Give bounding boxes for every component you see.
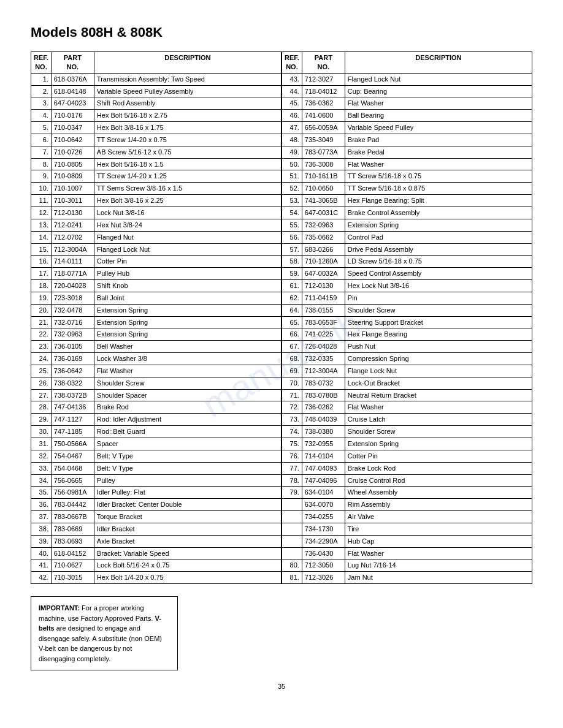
part-no-cell: 783-0653F	[302, 316, 345, 328]
ref-no-cell: 34.	[31, 474, 52, 487]
right-header-part: PARTNO.	[302, 52, 345, 74]
ref-no-cell: 71.	[282, 389, 302, 401]
ref-no-cell: 8.	[31, 158, 52, 170]
part-no-cell: 710-1007	[51, 183, 94, 195]
part-no-cell: 712-3004A	[302, 365, 345, 377]
table-row: 81.712-3026Jam Nut	[282, 572, 532, 584]
description-cell: Spacer	[94, 438, 281, 450]
table-row: 734-0255Air Valve	[282, 511, 532, 523]
table-row: 58.710-1260ALD Screw 5/16-18 x 0.75	[282, 256, 532, 268]
description-cell: Flanged Nut	[94, 231, 281, 243]
ref-no-cell: 64.	[282, 304, 302, 316]
table-row: 33.754-0468Belt: V Type	[31, 462, 282, 474]
part-no-cell: 634-0104	[302, 487, 345, 499]
part-no-cell: 741-0600	[302, 110, 345, 122]
part-no-cell: 747-04096	[302, 474, 345, 487]
ref-no-cell: 61.	[282, 280, 302, 292]
table-row: 1.618-0376ATransmission Assembly: Two Sp…	[31, 73, 282, 85]
table-row: 36.783-04442Idler Bracket: Center Double	[31, 499, 282, 511]
ref-no-cell: 53.	[282, 195, 302, 207]
description-cell: Idler Bracket	[94, 523, 281, 535]
ref-no-cell: 65.	[282, 316, 302, 328]
table-row: 65.783-0653FSteering Support Bracket	[282, 316, 532, 328]
table-row: 26.738-0322Shoulder Screw	[31, 377, 282, 389]
part-no-cell: 712-3004A	[51, 243, 94, 256]
description-cell: Variable Speed Pulley	[345, 122, 532, 134]
description-cell: AB Screw 5/16-12 x 0.75	[94, 146, 281, 158]
part-no-cell: 732-0963	[302, 219, 345, 231]
ref-no-cell: 57.	[282, 243, 302, 256]
part-no-cell: 783-0693	[51, 535, 94, 547]
ref-no-cell	[282, 499, 302, 511]
part-no-cell: 710-0805	[51, 158, 94, 170]
ref-no-cell	[282, 547, 302, 559]
table-row: 52.710-0650TT Screw 5/16-18 x 0.875	[282, 183, 532, 195]
left-header-part: PARTNO.	[51, 52, 94, 74]
ref-no-cell: 14.	[31, 231, 52, 243]
table-row: 64.738-0155Shoulder Screw	[282, 304, 532, 316]
ref-no-cell: 76.	[282, 450, 302, 462]
ref-no-cell: 28.	[31, 401, 52, 414]
description-cell: Torque Bracket	[94, 511, 281, 523]
description-cell: Extension Spring	[94, 304, 281, 316]
ref-no-cell: 32.	[31, 450, 52, 462]
description-cell: Flat Washer	[345, 97, 532, 110]
ref-no-cell: 79.	[282, 487, 302, 499]
part-no-cell: 736-0642	[51, 365, 94, 377]
ref-no-cell: 58.	[282, 256, 302, 268]
part-no-cell: 756-0981A	[51, 487, 94, 499]
description-cell: Brake Lock Rod	[345, 462, 532, 474]
description-cell: Extension Spring	[94, 328, 281, 341]
table-row: 6.710-0642TT Screw 1/4-20 x 0.75	[31, 134, 282, 146]
table-row: 40.618-04152Bracket: Variable Speed	[31, 547, 282, 559]
description-cell: Ball Bearing	[345, 110, 532, 122]
ref-no-cell: 36.	[31, 499, 52, 511]
part-no-cell: 618-04148	[51, 85, 94, 97]
part-no-cell: 710-0642	[51, 134, 94, 146]
part-no-cell: 712-0130	[51, 207, 94, 219]
part-no-cell: 710-0347	[51, 122, 94, 134]
ref-no-cell: 51.	[282, 170, 302, 183]
part-no-cell: 736-0430	[302, 547, 345, 559]
description-cell: Extension Spring	[94, 316, 281, 328]
part-no-cell: 718-0771A	[51, 268, 94, 280]
right-header-desc: DESCRIPTION	[345, 52, 532, 74]
part-no-cell: 738-0380	[302, 426, 345, 438]
part-no-cell: 710-0726	[51, 146, 94, 158]
description-cell: Air Valve	[345, 511, 532, 523]
part-no-cell: 754-0468	[51, 462, 94, 474]
ref-no-cell: 70.	[282, 377, 302, 389]
part-no-cell: 735-3049	[302, 134, 345, 146]
description-cell: Rod: Belt Guard	[94, 426, 281, 438]
description-cell: TT Screw 1/4-20 x 1.25	[94, 170, 281, 183]
description-cell: Flat Washer	[94, 365, 281, 377]
table-row: 57.683-0266Drive Pedal Assembly	[282, 243, 532, 256]
table-row: 16.714-0111Cotter Pin	[31, 256, 282, 268]
description-cell: Hex Flange Bearing: Split	[345, 195, 532, 207]
table-row: 35.756-0981AIdler Pulley: Flat	[31, 487, 282, 499]
part-no-cell: 712-0241	[51, 219, 94, 231]
table-row: 32.754-0467Belt: V Type	[31, 450, 282, 462]
ref-no-cell: 55.	[282, 219, 302, 231]
ref-no-cell: 4.	[31, 110, 52, 122]
ref-no-cell	[282, 511, 302, 523]
description-cell: Rim Assembly	[345, 499, 532, 511]
part-no-cell: 783-0780B	[302, 389, 345, 401]
description-cell: Brake Pad	[345, 134, 532, 146]
table-row: 66.741-0225Hex Flange Bearing	[282, 328, 532, 341]
table-row: 18.720-04028Shift Knob	[31, 280, 282, 292]
table-row: 56.735-0662Control Pad	[282, 231, 532, 243]
table-row: 70.783-0732Lock-Out Bracket	[282, 377, 532, 389]
table-row: 29.747-1127Rod: Idler Adjustment	[31, 414, 282, 426]
left-table: REF.NO. PARTNO. DESCRIPTION 1.618-0376AT…	[31, 51, 282, 584]
part-no-cell: 735-0662	[302, 231, 345, 243]
part-no-cell: 647-04023	[51, 97, 94, 110]
ref-no-cell: 69.	[282, 365, 302, 377]
part-no-cell: 734-1730	[302, 523, 345, 535]
description-cell: Cup: Bearing	[345, 85, 532, 97]
table-row: 44.718-04012Cup: Bearing	[282, 85, 532, 97]
part-no-cell: 736-0362	[302, 97, 345, 110]
description-cell: Neutral Return Bracket	[345, 389, 532, 401]
part-no-cell: 712-3050	[302, 559, 345, 572]
table-row: 12.712-0130Lock Nut 3/8-16	[31, 207, 282, 219]
